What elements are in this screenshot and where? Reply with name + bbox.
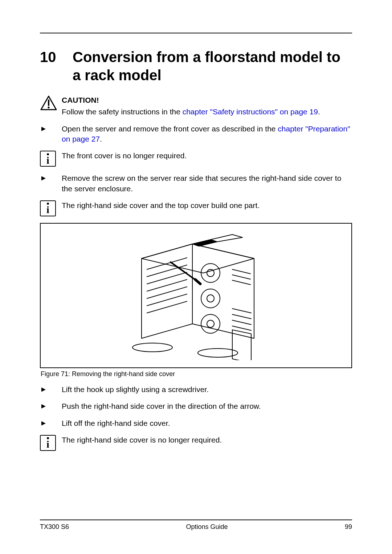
bullet-icon (40, 418, 62, 427)
caution-link[interactable]: chapter "Safety instructions" on page 19 (183, 107, 318, 116)
svg-line-14 (147, 287, 187, 298)
chapter-heading: 10Conversion from a floorstand model to … (40, 48, 352, 84)
svg-point-2 (48, 106, 49, 108)
svg-line-11 (147, 265, 187, 277)
figure-caption: Figure 71: Removing the right-hand side … (41, 370, 352, 378)
svg-line-28 (232, 314, 251, 319)
step-3: Lift the hook up slightly using a screwd… (40, 384, 352, 395)
svg-point-3 (132, 343, 172, 352)
svg-line-25 (232, 280, 250, 285)
info-1: i The front cover is no longer required. (40, 151, 352, 167)
step-4-text: Push the right-hand side cover in the di… (62, 401, 352, 411)
svg-marker-6 (192, 244, 254, 338)
svg-marker-9 (211, 235, 242, 242)
step-5: Lift off the right-hand side cover. (40, 418, 352, 428)
caution-pre: Follow the safety instructions in the (62, 107, 183, 116)
step1-pre: Open the server and remove the front cov… (62, 125, 278, 133)
svg-line-23 (232, 269, 250, 274)
bullet-icon (40, 401, 62, 410)
svg-point-4 (198, 349, 238, 357)
info-icon: i (40, 151, 62, 167)
caution-block: CAUTION! Follow the safety instructions … (40, 95, 352, 117)
svg-point-19 (201, 289, 220, 308)
bullet-icon (40, 124, 62, 133)
page: 10Conversion from a floorstand model to … (0, 0, 392, 554)
step-1-text: Open the server and remove the front cov… (62, 124, 352, 144)
bullet-icon (40, 384, 62, 394)
server-illustration (102, 229, 290, 362)
svg-line-29 (232, 320, 251, 325)
caution-post: . (318, 107, 320, 116)
svg-point-20 (207, 295, 214, 302)
svg-point-18 (207, 269, 214, 277)
footer-model: TX300 S6 (40, 523, 69, 531)
step-1: Open the server and remove the front cov… (40, 124, 352, 144)
info-1-text: The front cover is no longer required. (62, 151, 352, 161)
svg-line-16 (147, 301, 187, 313)
svg-point-22 (207, 320, 214, 327)
footer-doc-title: Options Guide (186, 523, 228, 531)
footer-page-number: 99 (345, 523, 352, 531)
step-2: Remove the screw on the server rear side… (40, 173, 352, 194)
caution-text: CAUTION! Follow the safety instructions … (62, 95, 352, 117)
chapter-title: Conversion from a floorstand model to a … (73, 48, 348, 84)
top-rule (40, 33, 352, 33)
bullet-icon (40, 173, 62, 182)
info-2-text: The right-hand side cover and the top co… (62, 200, 352, 211)
step1-post: . (100, 135, 102, 143)
figure-71 (40, 223, 352, 368)
step-2-text: Remove the screw on the server rear side… (62, 173, 352, 194)
caution-icon (40, 95, 62, 111)
page-footer: TX300 S6 Options Guide 99 (40, 520, 352, 531)
svg-line-24 (232, 275, 250, 279)
info-3: i The right-hand side cover is no longer… (40, 435, 352, 451)
svg-rect-26 (232, 330, 251, 360)
chapter-number: 10 (40, 48, 73, 66)
svg-line-12 (147, 272, 187, 284)
caution-label: CAUTION! (62, 95, 352, 105)
info-icon: i (40, 435, 62, 451)
footer-rule (40, 520, 352, 520)
info-3-text: The right-hand side cover is no longer r… (62, 435, 352, 445)
svg-line-13 (147, 280, 187, 291)
svg-line-30 (232, 326, 251, 330)
step-4: Push the right-hand side cover in the di… (40, 401, 352, 411)
step-5-text: Lift off the right-hand side cover. (62, 418, 352, 428)
svg-marker-7 (142, 244, 254, 273)
svg-line-15 (147, 294, 187, 306)
svg-line-32 (195, 280, 200, 284)
svg-line-27 (232, 309, 251, 313)
step-3-text: Lift the hook up slightly using a screwd… (62, 384, 352, 395)
info-icon: i (40, 200, 62, 216)
svg-point-21 (201, 314, 220, 333)
info-2: i The right-hand side cover and the top … (40, 200, 352, 216)
